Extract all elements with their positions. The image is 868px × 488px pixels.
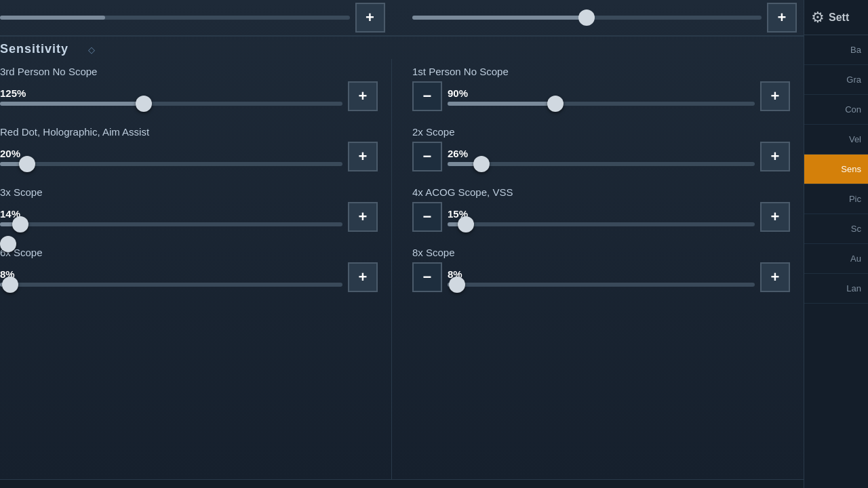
slider-2x-scope-label: 2x Scope (412, 126, 790, 138)
slider-2x-scope-minus[interactable]: − (412, 142, 442, 171)
sidebar-item-audio[interactable]: Au (804, 244, 868, 274)
slider-4x-acog-value: 15% (448, 208, 755, 220)
left-panel: 3rd Person No Scope 125% + Red Dot, Holo… (0, 59, 392, 479)
slider-1st-person-plus[interactable]: + (760, 81, 790, 111)
top-slider-right: + (392, 3, 804, 33)
slider-2x-scope-track (448, 162, 755, 166)
slider-6x-scope-plus[interactable]: + (348, 262, 378, 292)
slider-2x-scope-thumb[interactable] (473, 156, 490, 172)
slider-8x-scope-track (448, 283, 755, 287)
section-title-icon: ◇ (88, 45, 95, 55)
slider-1st-person: 1st Person No Scope − 90% + (412, 66, 790, 111)
top-left-thumb[interactable] (0, 236, 16, 252)
section-title: Sensitivity (0, 35, 82, 62)
sidebar-item-pickup[interactable]: Pic (804, 184, 868, 214)
slider-6x-scope-wrapper: 8% (0, 268, 342, 287)
slider-3x-scope-wrapper: 14% (0, 208, 342, 226)
slider-1st-person-control: − 90% + (412, 81, 790, 111)
bottom-text: aaaaa (7, 486, 29, 489)
slider-red-dot-value: 20% (0, 148, 342, 159)
main-content: + + Sensitivity ◇ 3rd Person No Scope 12… (0, 0, 804, 488)
slider-6x-scope-thumb[interactable] (2, 277, 18, 293)
slider-3x-scope-value: 14% (0, 208, 342, 220)
slider-red-dot: Red Dot, Holographic, Aim Assist 20% + (0, 126, 378, 171)
slider-3rd-person-plus[interactable]: + (348, 81, 378, 111)
slider-3rd-person-fill (0, 102, 144, 106)
slider-1st-person-wrapper: 90% (448, 87, 755, 106)
right-panel: 1st Person No Scope − 90% + 2x Scope (392, 59, 804, 479)
sidebar-header: ⚙ Sett (804, 0, 868, 35)
gear-icon: ⚙ (811, 9, 825, 26)
slider-3x-scope-plus[interactable]: + (348, 202, 378, 232)
slider-2x-scope: 2x Scope − 26% + (412, 126, 790, 171)
sidebar-item-controls[interactable]: Con (804, 95, 868, 125)
slider-8x-scope-value: 8% (448, 268, 755, 280)
top-right-thumb[interactable] (578, 9, 595, 26)
top-slider-left: + (0, 3, 392, 33)
sidebar-item-basics[interactable]: Ba (804, 35, 868, 65)
slider-8x-scope: 8x Scope − 8% + (412, 247, 790, 292)
slider-3x-scope: 3x Scope 14% + (0, 186, 378, 232)
top-right-fill (412, 16, 587, 20)
slider-3rd-person-label: 3rd Person No Scope (0, 66, 378, 77)
slider-1st-person-minus[interactable]: − (412, 81, 442, 111)
slider-4x-acog-thumb[interactable] (458, 216, 474, 232)
slider-1st-person-fill (448, 102, 555, 106)
slider-3rd-person-control: 125% + (0, 81, 378, 111)
sidebar: ⚙ Sett Ba Gra Con Vel Sens Pic Sc Au Lan (804, 0, 868, 488)
slider-3rd-person-track (0, 102, 342, 106)
sidebar-item-language[interactable]: Lan (804, 274, 868, 304)
settings-body: 3rd Person No Scope 125% + Red Dot, Holo… (0, 59, 804, 479)
slider-1st-person-track (448, 102, 755, 106)
slider-3x-scope-track (0, 222, 342, 226)
slider-3x-scope-label: 3x Scope (0, 186, 378, 198)
bottom-bar: aaaaa ▲ (0, 479, 804, 488)
slider-8x-scope-thumb[interactable] (449, 277, 465, 293)
top-left-track (0, 16, 350, 20)
bottom-arrow: ▲ (33, 486, 41, 489)
top-right-plus-btn[interactable]: + (767, 3, 797, 33)
sidebar-item-vehicles[interactable]: Vel (804, 125, 868, 155)
slider-4x-acog-label: 4x ACOG Scope, VSS (412, 186, 790, 198)
slider-4x-acog-plus[interactable]: + (760, 202, 790, 232)
top-slider-bar: + + (0, 0, 804, 35)
slider-8x-scope-label: 8x Scope (412, 247, 790, 258)
slider-6x-scope-value: 8% (0, 268, 342, 280)
slider-3rd-person-thumb[interactable] (136, 96, 152, 112)
sidebar-item-scope[interactable]: Sc (804, 214, 868, 244)
slider-2x-scope-control: − 26% + (412, 142, 790, 171)
sidebar-item-graphics[interactable]: Gra (804, 65, 868, 95)
top-right-track (412, 16, 762, 20)
slider-8x-scope-control: − 8% + (412, 262, 790, 292)
slider-4x-acog-minus[interactable]: − (412, 202, 442, 232)
slider-red-dot-wrapper: 20% (0, 148, 342, 166)
slider-6x-scope-control: 8% + (0, 262, 378, 292)
slider-3x-scope-thumb[interactable] (12, 216, 28, 232)
slider-4x-acog: 4x ACOG Scope, VSS − 15% + (412, 186, 790, 232)
slider-4x-acog-track (448, 222, 755, 226)
slider-2x-scope-value: 26% (448, 148, 755, 159)
slider-1st-person-value: 90% (448, 87, 755, 99)
settings-text: Sett (829, 12, 849, 24)
slider-2x-scope-plus[interactable]: + (760, 142, 790, 171)
slider-6x-scope-label: 6x Scope (0, 247, 378, 258)
slider-6x-scope: 6x Scope 8% + (0, 247, 378, 292)
slider-3rd-person-wrapper: 125% (0, 87, 342, 106)
top-left-plus-btn[interactable]: + (355, 3, 385, 33)
slider-3rd-person: 3rd Person No Scope 125% + (0, 66, 378, 111)
slider-red-dot-track (0, 162, 342, 166)
sidebar-item-sensitivity[interactable]: Sens (804, 155, 868, 184)
slider-8x-scope-plus[interactable]: + (760, 262, 790, 292)
slider-red-dot-plus[interactable]: + (348, 142, 378, 171)
slider-red-dot-thumb[interactable] (19, 156, 35, 172)
slider-1st-person-thumb[interactable] (547, 96, 564, 112)
slider-2x-scope-wrapper: 26% (448, 148, 755, 166)
slider-3x-scope-control: 14% + (0, 202, 378, 232)
section-title-row: Sensitivity ◇ (0, 37, 804, 59)
slider-red-dot-control: 20% + (0, 142, 378, 171)
slider-1st-person-label: 1st Person No Scope (412, 66, 790, 77)
slider-8x-scope-wrapper: 8% (448, 268, 755, 287)
slider-6x-scope-track (0, 283, 342, 287)
slider-3rd-person-value: 125% (0, 87, 342, 99)
slider-8x-scope-minus[interactable]: − (412, 262, 442, 292)
